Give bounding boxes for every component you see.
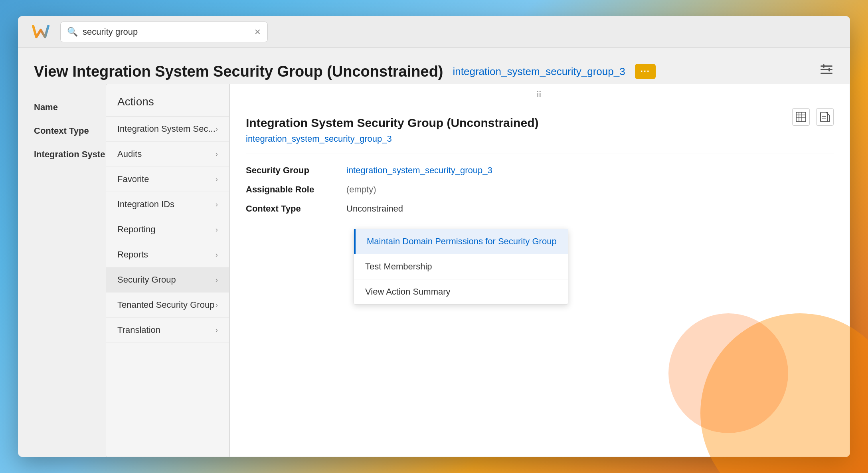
action-item-reports[interactable]: Reports ›: [106, 242, 229, 267]
action-label: Tenanted Security Group: [117, 300, 214, 310]
filter-button[interactable]: [819, 62, 834, 81]
field-value-context-type: Unconstrained: [346, 204, 403, 214]
page-title: View Integration System Security Group (…: [34, 63, 443, 80]
svg-rect-4: [828, 68, 830, 71]
detail-divider: [246, 154, 834, 154]
page-header: View Integration System Security Group (…: [34, 62, 834, 81]
chevron-right-icon: ›: [216, 125, 218, 133]
action-label: Integration IDs: [117, 199, 174, 210]
submenu-item-maintain-domain-permissions[interactable]: Maintain Domain Permissions for Security…: [354, 229, 568, 254]
chevron-right-icon: ›: [216, 150, 218, 158]
search-icon: 🔍: [67, 27, 78, 37]
action-item-audits[interactable]: Audits ›: [106, 142, 229, 167]
action-item-integration-system-sec[interactable]: Integration System Sec... ›: [106, 117, 229, 142]
svg-rect-3: [823, 64, 825, 68]
submenu-popup: Maintain Domain Permissions for Security…: [354, 229, 568, 305]
drag-handle[interactable]: ⠿: [230, 84, 850, 105]
field-row-security-group: Security Group integration_system_securi…: [246, 165, 834, 176]
action-label: Integration System Sec...: [117, 124, 216, 134]
submenu-item-test-membership[interactable]: Test Membership: [354, 254, 568, 279]
svg-rect-5: [796, 112, 806, 122]
chevron-right-icon: ›: [216, 326, 218, 334]
main-window: 🔍 ✕ View Integration System Security Gro…: [18, 16, 850, 457]
svg-rect-0: [821, 65, 832, 67]
search-input[interactable]: [83, 27, 234, 37]
field-label-context-type: Context Type: [246, 204, 334, 214]
detail-subtitle-link[interactable]: integration_system_security_group_3: [246, 134, 834, 144]
search-clear-icon[interactable]: ✕: [254, 27, 261, 37]
pdf-export-button[interactable]: [816, 108, 834, 126]
chevron-right-icon: ›: [216, 251, 218, 259]
detail-icon-row: [792, 108, 834, 126]
field-label-assignable-role: Assignable Role: [246, 184, 334, 195]
excel-export-button[interactable]: [792, 108, 810, 126]
action-item-favorite[interactable]: Favorite ›: [106, 167, 229, 192]
action-label: Security Group: [117, 275, 176, 285]
field-row-assignable-role: Assignable Role (empty): [246, 184, 834, 195]
svg-rect-1: [821, 69, 832, 70]
field-value-assignable-role: (empty): [346, 184, 376, 195]
overlay-container: Actions Integration System Sec... › Audi…: [106, 84, 850, 457]
workday-logo: [29, 20, 52, 44]
search-bar[interactable]: 🔍 ✕: [60, 22, 268, 42]
actions-panel: Actions Integration System Sec... › Audi…: [106, 84, 229, 457]
chevron-right-icon: ›: [216, 175, 218, 184]
action-label: Translation: [117, 325, 160, 335]
detail-title: Integration System Security Group (Uncon…: [246, 116, 834, 130]
chevron-right-icon: ›: [216, 276, 218, 284]
action-label: Reporting: [117, 224, 155, 235]
svg-rect-10: [821, 112, 828, 122]
action-item-security-group[interactable]: Security Group ›: [106, 267, 229, 293]
field-value-security-group[interactable]: integration_system_security_group_3: [346, 165, 492, 176]
more-options-button[interactable]: ···: [635, 64, 656, 79]
field-label-security-group: Security Group: [246, 165, 334, 176]
actions-panel-header: Actions: [106, 84, 229, 117]
action-item-reporting[interactable]: Reporting ›: [106, 217, 229, 242]
action-label: Audits: [117, 149, 142, 159]
action-item-tenanted-security-group[interactable]: Tenanted Security Group ›: [106, 293, 229, 318]
action-item-translation[interactable]: Translation ›: [106, 318, 229, 343]
field-row-context-type: Context Type Unconstrained: [246, 204, 834, 214]
chevron-right-icon: ›: [216, 226, 218, 234]
chevron-right-icon: ›: [216, 200, 218, 209]
action-item-integration-ids[interactable]: Integration IDs ›: [106, 192, 229, 217]
title-bar: 🔍 ✕: [18, 16, 850, 48]
detail-content: Integration System Security Group (Uncon…: [230, 105, 850, 234]
action-label: Favorite: [117, 174, 149, 184]
detail-panel: ⠿ ✕ Integration System Security Group (U…: [229, 84, 850, 457]
svg-rect-2: [821, 73, 832, 74]
action-label: Reports: [117, 249, 148, 260]
submenu-item-view-action-summary[interactable]: View Action Summary: [354, 279, 568, 304]
page-id-link[interactable]: integration_system_security_group_3: [453, 65, 625, 78]
chevron-right-icon: ›: [216, 301, 218, 309]
